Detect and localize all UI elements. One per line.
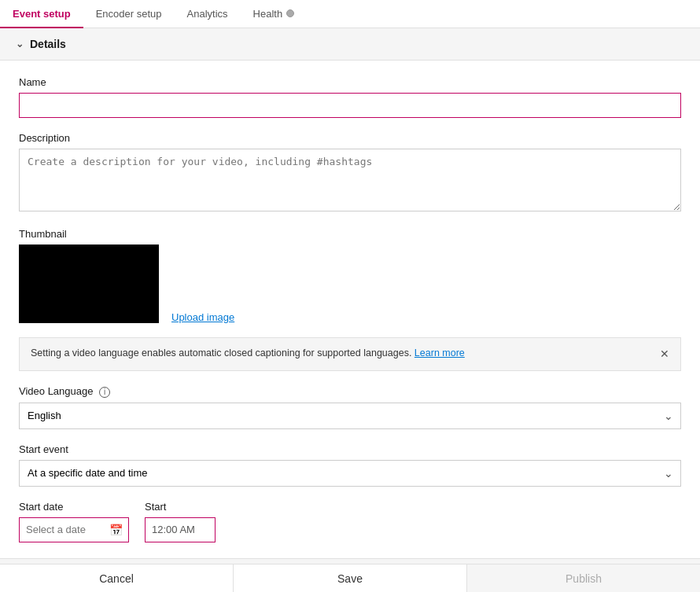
info-banner: Setting a video language enables automat… [19, 337, 681, 371]
start-event-group: Start event At a specific date and time … [19, 443, 681, 487]
thumbnail-label: Thumbnail [19, 228, 681, 240]
start-time-label: Start [145, 501, 216, 513]
details-section-title: Details [30, 38, 66, 50]
tab-bar: Event setup Encoder setup Analytics Heal… [0, 0, 700, 28]
save-button[interactable]: Save [234, 564, 467, 592]
permissions-section: › Permissions [0, 558, 700, 564]
start-time-group: Start [145, 501, 216, 542]
tab-event-setup[interactable]: Event setup [0, 0, 83, 28]
tab-health[interactable]: Health [241, 0, 308, 28]
start-date-input[interactable] [19, 517, 129, 542]
footer: Cancel Save Publish [0, 564, 700, 592]
tab-analytics[interactable]: Analytics [175, 0, 241, 28]
start-event-select-wrapper: At a specific date and time Immediately … [19, 460, 681, 487]
start-event-select[interactable]: At a specific date and time Immediately … [19, 460, 681, 487]
cancel-button[interactable]: Cancel [0, 564, 234, 592]
name-group: Name [19, 76, 681, 118]
thumbnail-preview [19, 245, 159, 323]
video-language-select-wrapper: English Spanish French German Japanese ⌄ [19, 403, 681, 429]
banner-text: Setting a video language enables automat… [31, 346, 650, 361]
thumbnail-group: Thumbnail Upload image [19, 228, 681, 323]
datetime-row: Start date 📅 Start [19, 501, 681, 542]
banner-message: Setting a video language enables automat… [31, 347, 411, 359]
banner-close-icon[interactable]: ✕ [660, 346, 669, 362]
start-event-label: Start event [19, 443, 681, 455]
start-time-input[interactable] [145, 517, 216, 542]
upload-image-link[interactable]: Upload image [171, 311, 234, 323]
description-input[interactable] [19, 149, 681, 211]
details-section-header[interactable]: ⌄ Details [0, 28, 700, 61]
thumbnail-area: Upload image [19, 245, 681, 323]
start-date-label: Start date [19, 501, 129, 513]
details-chevron-icon: ⌄ [16, 39, 24, 50]
description-label: Description [19, 132, 681, 144]
video-language-group: Video Language i English Spanish French … [19, 385, 681, 429]
learn-more-link[interactable]: Learn more [414, 347, 465, 359]
form-scroll[interactable]: ⌄ Details Name Description Thumbnail Upl… [0, 28, 700, 564]
name-input[interactable] [19, 93, 681, 118]
main-content: ⌄ Details Name Description Thumbnail Upl… [0, 28, 700, 564]
video-language-info-icon: i [99, 387, 110, 398]
video-language-label: Video Language i [19, 385, 681, 398]
health-status-dot [286, 9, 294, 17]
tab-encoder-setup[interactable]: Encoder setup [83, 0, 175, 28]
name-label: Name [19, 76, 681, 88]
permissions-section-header[interactable]: › Permissions [0, 559, 700, 564]
description-group: Description [19, 132, 681, 214]
start-date-group: Start date 📅 [19, 501, 129, 542]
video-language-select[interactable]: English Spanish French German Japanese [19, 403, 681, 429]
details-form: Name Description Thumbnail Upload image … [0, 61, 700, 558]
publish-button[interactable]: Publish [467, 564, 700, 592]
date-input-wrapper: 📅 [19, 517, 129, 542]
